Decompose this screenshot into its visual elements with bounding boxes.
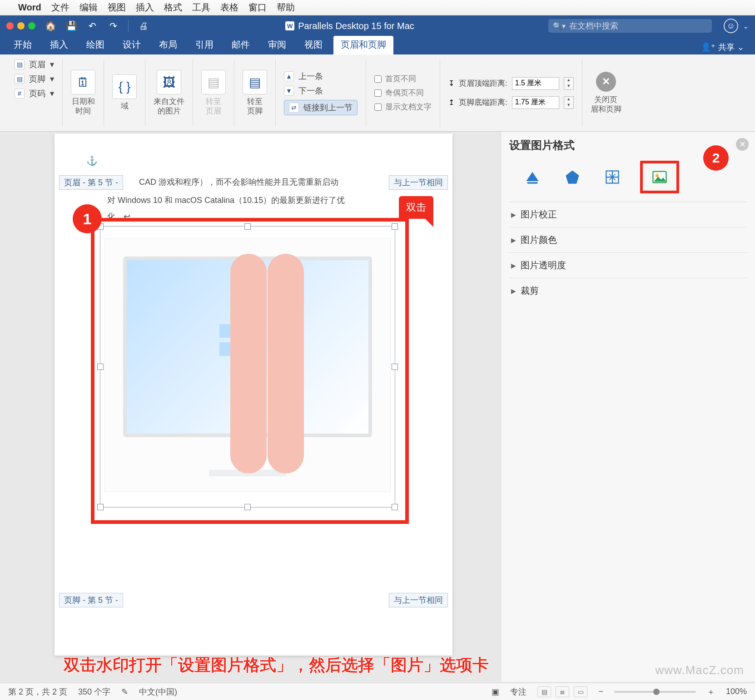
prev-button[interactable]: ▲上一条 (284, 71, 323, 82)
menu-tools[interactable]: 工具 (192, 1, 210, 14)
status-focus-label[interactable]: 专注 (510, 686, 527, 697)
home-icon[interactable]: 🏠 (43, 19, 58, 33)
checkbox[interactable] (374, 89, 382, 97)
section-picture-correction[interactable]: ▶图片校正 (509, 202, 747, 227)
menu-view[interactable]: 视图 (108, 1, 126, 14)
share-label: 共享 (718, 42, 735, 53)
fill-line-tab-icon[interactable] (520, 166, 545, 188)
save-icon[interactable]: 💾 (64, 19, 79, 33)
search-box[interactable]: 🔍▾ (548, 19, 712, 33)
picture-icon: 🖼 (157, 70, 181, 94)
opt-different-first[interactable]: 首页不同 (374, 74, 416, 84)
group-datetime[interactable]: 🗓 日期和 时间 (62, 59, 104, 127)
tab-header-footer[interactable]: 页眉和页脚 (333, 36, 393, 54)
section-label: 图片颜色 (521, 234, 557, 246)
page-number-icon: # (15, 89, 25, 99)
menu-insert[interactable]: 插入 (136, 1, 154, 14)
chevron-down-icon: ⌄ (737, 42, 744, 52)
tab-references[interactable]: 引用 (188, 36, 221, 54)
dist-top-input[interactable] (512, 77, 559, 90)
tab-draw[interactable]: 绘图 (79, 36, 112, 54)
tab-view[interactable]: 视图 (297, 36, 330, 54)
zoom-percent[interactable]: 100% (726, 687, 747, 696)
zoom-window-button[interactable] (28, 22, 35, 30)
menu-edit[interactable]: 编辑 (79, 1, 98, 14)
app-name[interactable]: Word (18, 2, 41, 13)
feedback-icon[interactable]: ☺ (724, 19, 738, 33)
header-button[interactable]: ▤页眉▾ (15, 59, 54, 70)
section-picture-transparency[interactable]: ▶图片透明度 (509, 252, 747, 278)
group-field[interactable]: { } 域 (104, 59, 145, 127)
share-button[interactable]: 👤⁺ 共享 ⌄ (696, 40, 749, 54)
footer-icon: ▤ (15, 74, 25, 84)
view-web-layout-icon[interactable]: ▭ (574, 686, 587, 697)
dist-top-icon: ↧ (448, 79, 454, 88)
view-outline-icon[interactable]: ≣ (556, 686, 569, 697)
header-icon: ▤ (15, 59, 25, 69)
tab-design[interactable]: 设计 (115, 36, 148, 54)
document-canvas[interactable]: ⚓ 页眉 - 第 5 节 - 与上一节相同 CAD 游戏和程序），而不会影响性能… (0, 132, 501, 682)
tab-home[interactable]: 开始 (6, 36, 39, 54)
print-icon[interactable]: 🖨 (136, 19, 151, 33)
goto-header-label: 转至 页眉 (206, 97, 221, 116)
checkbox[interactable] (374, 104, 382, 111)
status-bar: 第 2 页，共 2 页 350 个字 ✎ 中文(中国) ▣ 专注 ▤ ≣ ▭ −… (0, 683, 755, 700)
chevron-down-icon: ▾ (50, 59, 54, 69)
annotation-highlight-box (91, 218, 409, 524)
menu-window[interactable]: 窗口 (248, 1, 267, 14)
close-pane-button[interactable]: ✕ (736, 138, 749, 151)
zoom-in-button[interactable]: ＋ (707, 686, 715, 697)
svg-rect-0 (527, 182, 538, 183)
tab-insert[interactable]: 插入 (43, 36, 75, 54)
checkbox[interactable] (374, 75, 382, 83)
menu-table[interactable]: 表格 (220, 1, 238, 14)
group-goto-footer[interactable]: ▤ 转至 页脚 (234, 59, 275, 127)
close-window-button[interactable] (6, 22, 14, 30)
status-word-count[interactable]: 350 个字 (78, 686, 110, 697)
share-icon: 👤⁺ (701, 42, 715, 52)
search-input[interactable] (569, 21, 707, 31)
dist-top-spinner[interactable]: ▲▼ (564, 77, 574, 90)
redo-icon[interactable]: ↷ (105, 19, 121, 33)
menu-format[interactable]: 格式 (164, 1, 182, 14)
annotation-caption: 双击水印打开「设置图片格式」，然后选择「图片」选项卡 (64, 654, 489, 676)
zoom-slider[interactable] (614, 691, 696, 693)
group-picture-from-file[interactable]: 🖼 来自文件 的图片 (145, 59, 193, 127)
status-spellcheck-icon[interactable]: ✎ (121, 687, 128, 697)
section-picture-color[interactable]: ▶图片颜色 (509, 227, 747, 252)
menu-help[interactable]: 帮助 (277, 1, 295, 14)
effects-tab-icon[interactable] (560, 166, 585, 188)
menu-file[interactable]: 文件 (51, 1, 70, 14)
group-goto-header[interactable]: ▤ 转至 页眉 (193, 59, 234, 127)
tab-mailings[interactable]: 邮件 (224, 36, 257, 54)
svg-marker-1 (566, 170, 579, 183)
workspace: ⚓ 页眉 - 第 5 节 - 与上一节相同 CAD 游戏和程序），而不会影响性能… (0, 132, 755, 682)
opt-show-document-text[interactable]: 显示文档文字 (374, 102, 432, 112)
tab-review[interactable]: 审阅 (261, 36, 293, 54)
minimize-window-button[interactable] (17, 22, 25, 30)
next-button[interactable]: ▼下一条 (284, 85, 323, 96)
opt-different-oddeven[interactable]: 奇偶页不同 (374, 88, 424, 98)
close-header-footer-icon: ✕ (596, 72, 616, 92)
link-to-previous-button[interactable]: ⇄链接到上一节 (284, 100, 358, 115)
status-page[interactable]: 第 2 页，共 2 页 (8, 686, 67, 697)
link-prev-label: 链接到上一节 (303, 102, 353, 113)
dist-bottom-spinner[interactable]: ▲▼ (564, 96, 574, 109)
chevron-down-icon: ▾ (50, 74, 54, 84)
page-number-button[interactable]: #页码▾ (15, 88, 54, 99)
prev-icon: ▲ (284, 71, 294, 81)
status-focus-icon[interactable]: ▣ (492, 687, 499, 697)
zoom-out-button[interactable]: − (598, 687, 603, 696)
group-close[interactable]: ✕ 关闭页 眉和页脚 (582, 59, 630, 127)
section-crop[interactable]: ▶裁剪 (509, 278, 747, 303)
footer-button[interactable]: ▤页脚▾ (15, 74, 54, 84)
status-language[interactable]: 中文(中国) (139, 686, 177, 697)
undo-icon[interactable]: ↶ (84, 19, 100, 33)
tab-layout[interactable]: 布局 (152, 36, 184, 54)
zoom-thumb[interactable] (653, 689, 660, 695)
dist-bottom-input[interactable] (512, 96, 559, 109)
chevron-down-icon[interactable]: ⌄ (743, 22, 749, 30)
layout-tab-icon[interactable] (600, 166, 625, 188)
view-print-layout-icon[interactable]: ▤ (537, 686, 551, 697)
picture-tab-icon[interactable] (647, 166, 672, 188)
